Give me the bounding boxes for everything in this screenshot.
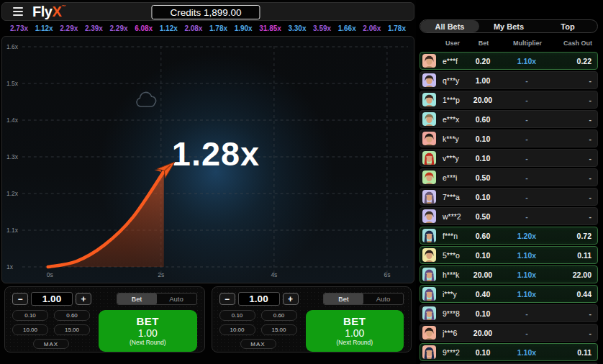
mode-bet[interactable]: Bet	[117, 294, 157, 304]
bet-multiplier: -	[502, 212, 551, 221]
avatar	[422, 170, 436, 184]
bet-multiplier: -	[502, 173, 551, 182]
bet-row[interactable]: 5***o0.101.10x0.11	[420, 246, 598, 264]
bet-row[interactable]: w***20.50--	[420, 207, 598, 225]
column-user: User	[445, 40, 464, 47]
bet-user: f***n	[443, 232, 463, 240]
history-multiplier[interactable]: 31.85x	[259, 24, 281, 32]
bet-user: j***6	[443, 329, 463, 337]
history-multiplier[interactable]: 6.08x	[135, 24, 153, 32]
quick-bet-button[interactable]: 0.10	[12, 310, 48, 321]
history-multiplier[interactable]: 1.78x	[209, 24, 227, 32]
quick-bet-button[interactable]: 10.00	[219, 324, 255, 335]
bet-cash-out: 22.00	[551, 270, 591, 279]
bet-multiplier: -	[502, 309, 551, 318]
bet-cash-out: -	[551, 309, 591, 318]
history-multiplier[interactable]: 2.06x	[363, 24, 381, 32]
bet-user: k***y	[443, 135, 463, 143]
quick-bet-button[interactable]: 0.60	[54, 310, 90, 321]
tab-top[interactable]: Top	[538, 20, 597, 32]
history-multiplier[interactable]: 3.30x	[288, 24, 306, 32]
bet-row[interactable]: e***f0.201.10x0.22	[420, 52, 598, 70]
bet-user: w***2	[443, 212, 463, 221]
quick-bet-column: 0.100.6010.0015.00MAX	[219, 310, 297, 352]
bet-cash-out: 0.11	[551, 251, 591, 260]
quick-bet-button[interactable]: 0.60	[261, 310, 297, 321]
bet-row[interactable]: k***y0.10--	[420, 129, 598, 147]
bet-row[interactable]: e***x0.60--	[420, 110, 598, 128]
tab-all-bets[interactable]: All Bets	[420, 20, 479, 32]
bet-amount: 0.40	[463, 290, 502, 299]
bet-amount: 0.60	[463, 115, 502, 124]
bet-row[interactable]: v***y0.10--	[420, 149, 598, 167]
mode-bet[interactable]: Bet	[324, 294, 363, 304]
bet-auto-toggle: BetAuto	[117, 293, 197, 305]
max-bet-button[interactable]: MAX	[240, 339, 276, 349]
place-bet-button[interactable]: BET1.00(Next Round)	[99, 310, 197, 352]
svg-text:1.6x: 1.6x	[6, 43, 19, 50]
avatar	[422, 209, 436, 223]
bet-row[interactable]: 9***20.101.10x0.11	[420, 343, 598, 361]
crash-chart-panel: 1x1.1x1.2x1.3x1.4x1.5x1.6x0s2s4s6s 1.28x	[1, 36, 414, 283]
avatar	[422, 326, 436, 340]
history-multiplier[interactable]: 2.29x	[60, 24, 78, 32]
quick-bet-button[interactable]: 0.10	[219, 310, 255, 321]
logo-x: X	[52, 4, 61, 20]
bet-cash-out: -	[551, 173, 591, 182]
bet-user: 9***2	[443, 348, 463, 357]
place-bet-button[interactable]: BET1.00(Next Round)	[306, 310, 404, 352]
avatar	[422, 54, 436, 68]
history-multiplier[interactable]: 2.73x	[10, 24, 28, 32]
menu-icon[interactable]	[13, 7, 23, 16]
bet-button-subtitle: (Next Round)	[130, 339, 166, 346]
increase-bet-button[interactable]: +	[283, 293, 299, 305]
history-multiplier[interactable]: 1.66x	[338, 24, 356, 32]
bet-amount: 1.00	[463, 76, 502, 85]
avatar	[422, 248, 436, 262]
mode-auto[interactable]: Auto	[363, 294, 403, 304]
avatar	[422, 190, 436, 204]
bet-row[interactable]: e***i0.50--	[420, 168, 598, 186]
bet-row[interactable]: 1***p20.00--	[420, 91, 598, 109]
max-bet-button[interactable]: MAX	[33, 339, 69, 349]
decrease-bet-button[interactable]: −	[12, 293, 28, 305]
history-multiplier[interactable]: 1.12x	[35, 24, 53, 32]
history-multiplier[interactable]: 1.90x	[235, 24, 253, 32]
bet-amount-input[interactable]: 1.00	[31, 292, 73, 306]
bet-row[interactable]: q***y1.00--	[420, 71, 598, 89]
bet-button-title: BET	[343, 316, 366, 328]
bet-multiplier: 1.10x	[502, 290, 551, 299]
quick-bet-button[interactable]: 10.00	[12, 324, 48, 335]
history-multiplier[interactable]: 2.08x	[184, 24, 202, 32]
increase-bet-button[interactable]: +	[76, 293, 91, 305]
avatar	[422, 306, 436, 320]
quick-bet-button[interactable]: 15.00	[54, 324, 90, 335]
bet-user: 5***o	[443, 251, 463, 260]
column-cash-out: Cash Out	[552, 40, 592, 47]
bet-row[interactable]: i***y0.401.10x0.44	[420, 285, 598, 303]
history-multiplier[interactable]: 3.59x	[313, 24, 331, 32]
bet-row[interactable]: j***620.00--	[420, 324, 598, 342]
history-multiplier[interactable]: 2.39x	[85, 24, 103, 32]
bet-amount-input[interactable]: 1.00	[238, 292, 280, 306]
tab-my-bets[interactable]: My Bets	[479, 20, 538, 32]
mode-auto[interactable]: Auto	[157, 294, 196, 304]
bet-multiplier: 1.10x	[502, 270, 551, 279]
quick-bet-button[interactable]: 15.00	[261, 324, 297, 335]
bet-button-title: BET	[137, 316, 160, 328]
bet-button-amount: 1.00	[138, 327, 158, 339]
bet-button-amount: 1.00	[345, 327, 364, 339]
history-multiplier[interactable]: 2.29x	[110, 24, 128, 32]
decrease-bet-button[interactable]: −	[219, 293, 235, 305]
bet-row[interactable]: 7***a0.10--	[420, 188, 598, 206]
history-multiplier[interactable]: 1.12x	[160, 24, 178, 32]
bet-row[interactable]: h***k20.001.10x22.00	[420, 265, 598, 283]
history-multiplier[interactable]: 1.78x	[388, 24, 406, 32]
credits-display: Credits 1,899.00	[151, 5, 260, 19]
bet-amount: 0.20	[463, 57, 502, 65]
bet-row[interactable]: f***n0.601.20x0.72	[420, 227, 598, 245]
bet-user: 7***a	[443, 193, 463, 201]
avatar	[422, 73, 436, 87]
bet-row[interactable]: 9***80.10--	[420, 304, 598, 322]
bet-multiplier: -	[502, 154, 551, 163]
